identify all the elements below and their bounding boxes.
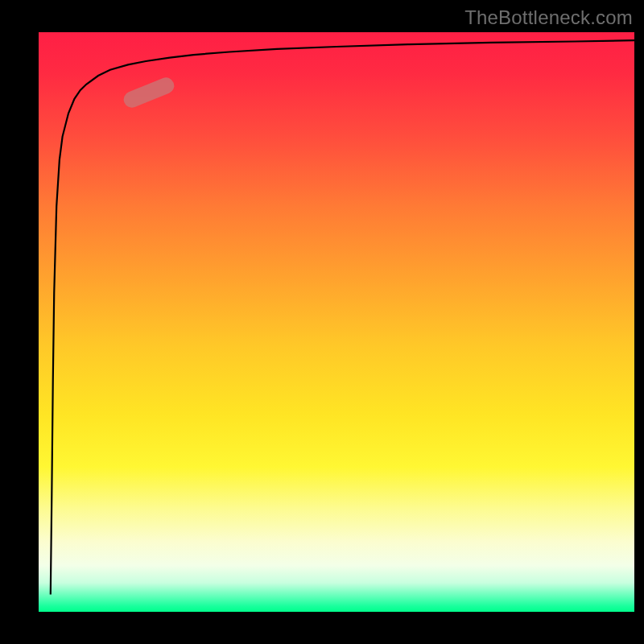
curve-svg (39, 32, 634, 612)
chart-stage: TheBottleneck.com (0, 0, 644, 644)
bottleneck-curve (51, 40, 634, 594)
attribution-text: TheBottleneck.com (464, 6, 633, 29)
plot-area (39, 32, 634, 612)
